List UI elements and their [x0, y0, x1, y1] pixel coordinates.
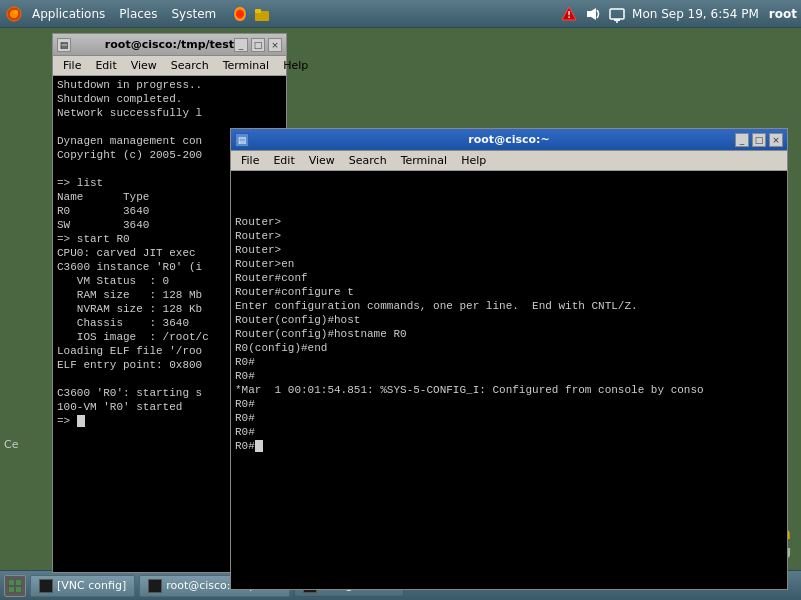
svg-rect-8 — [587, 11, 591, 17]
taskbar-vnc[interactable]: [VNC config] — [30, 575, 135, 597]
svg-point-2 — [14, 10, 18, 14]
svg-text:!: ! — [567, 11, 571, 20]
svg-rect-10 — [610, 9, 624, 19]
desktop: ▤ root@cisco:/tmp/test _ □ × File Edit V… — [0, 28, 801, 570]
network-icon — [608, 5, 626, 23]
svg-rect-16 — [9, 587, 14, 592]
window1-menu-help[interactable]: Help — [277, 58, 314, 73]
svg-rect-15 — [16, 580, 21, 585]
top-taskbar: Applications Places System ! — [0, 0, 801, 28]
username: root — [769, 7, 797, 21]
terminal1-icon — [148, 579, 162, 593]
window2-maximize[interactable]: □ — [752, 133, 766, 147]
svg-rect-11 — [614, 19, 620, 21]
window2-menu-help[interactable]: Help — [455, 153, 492, 168]
window1-close[interactable]: × — [268, 38, 282, 52]
taskbar-vnc-label: [VNC config] — [57, 579, 126, 592]
applications-menu[interactable]: Applications — [26, 5, 111, 23]
clock: Mon Sep 19, 6:54 PM — [632, 7, 759, 21]
window1-cursor — [77, 415, 85, 427]
window2-title: root@cisco:~ — [237, 133, 781, 146]
window1-menu-view[interactable]: View — [125, 58, 163, 73]
window1-menu-search[interactable]: Search — [165, 58, 215, 73]
desktop-label: Ce — [4, 438, 18, 451]
taskbar-right: ! Mon Sep 19, 6:54 PM root — [560, 5, 797, 23]
window2-close[interactable]: × — [769, 133, 783, 147]
svg-rect-5 — [255, 9, 261, 13]
window1-menubar: File Edit View Search Terminal Help — [53, 56, 286, 76]
system-menu[interactable]: System — [165, 5, 222, 23]
window1-titlebar[interactable]: ▤ root@cisco:/tmp/test _ □ × — [53, 34, 286, 56]
window2-minimize[interactable]: _ — [735, 133, 749, 147]
window2-cursor — [255, 440, 263, 452]
window2-menubar: File Edit View Search Terminal Help — [231, 151, 787, 171]
window1-menu-file[interactable]: File — [57, 58, 87, 73]
window2-menu-view[interactable]: View — [303, 153, 341, 168]
volume-icon — [584, 5, 602, 23]
window2-menu-edit[interactable]: Edit — [267, 153, 300, 168]
window1-menu-edit[interactable]: Edit — [89, 58, 122, 73]
window1-menu-btn[interactable]: ▤ — [57, 38, 71, 52]
svg-rect-17 — [16, 587, 21, 592]
firefox-icon[interactable] — [230, 4, 250, 24]
window2-menu-terminal[interactable]: Terminal — [395, 153, 454, 168]
window1-controls: _ □ × — [234, 38, 282, 52]
window1-maximize[interactable]: □ — [251, 38, 265, 52]
window1-minimize[interactable]: _ — [234, 38, 248, 52]
window2-menu-file[interactable]: File — [235, 153, 265, 168]
vnc-icon — [39, 579, 53, 593]
window2-titlebar[interactable]: ▤ root@cisco:~ _ □ × — [231, 129, 787, 151]
taskbar-left: Applications Places System — [4, 4, 272, 24]
window1-menu-terminal[interactable]: Terminal — [217, 58, 276, 73]
alert-icon: ! — [560, 5, 578, 23]
window2-menu-search[interactable]: Search — [343, 153, 393, 168]
window2-content[interactable]: Router> Router> Router> Router>en Router… — [231, 171, 787, 589]
terminal-window-2: ▤ root@cisco:~ _ □ × File Edit View Sear… — [230, 128, 788, 590]
svg-rect-14 — [9, 580, 14, 585]
svg-marker-9 — [591, 8, 596, 20]
places-menu[interactable]: Places — [113, 5, 163, 23]
window2-controls: _ □ × — [735, 133, 783, 147]
folder-icon[interactable] — [252, 4, 272, 24]
start-button[interactable] — [4, 575, 26, 597]
app-icon — [4, 4, 24, 24]
window2-menu-btn[interactable]: ▤ — [235, 133, 249, 147]
